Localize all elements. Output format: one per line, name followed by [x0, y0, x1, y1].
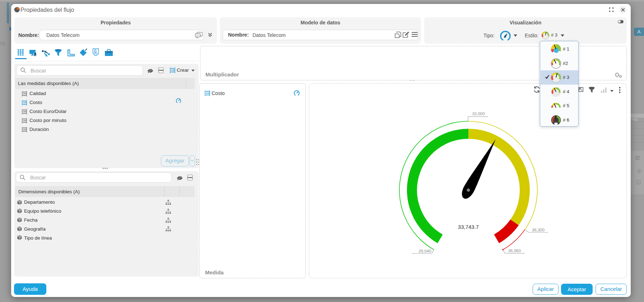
- svg-text:29,040: 29,040: [418, 249, 431, 253]
- svg-text:33,743.7: 33,743.7: [458, 224, 479, 230]
- svg-text:{}: {}: [94, 49, 97, 53]
- svg-text:36,300: 36,300: [532, 228, 545, 232]
- svg-text:36,960: 36,960: [508, 249, 521, 253]
- svg-text:CSS: CSS: [94, 53, 98, 55]
- svg-text:33,000: 33,000: [472, 112, 485, 116]
